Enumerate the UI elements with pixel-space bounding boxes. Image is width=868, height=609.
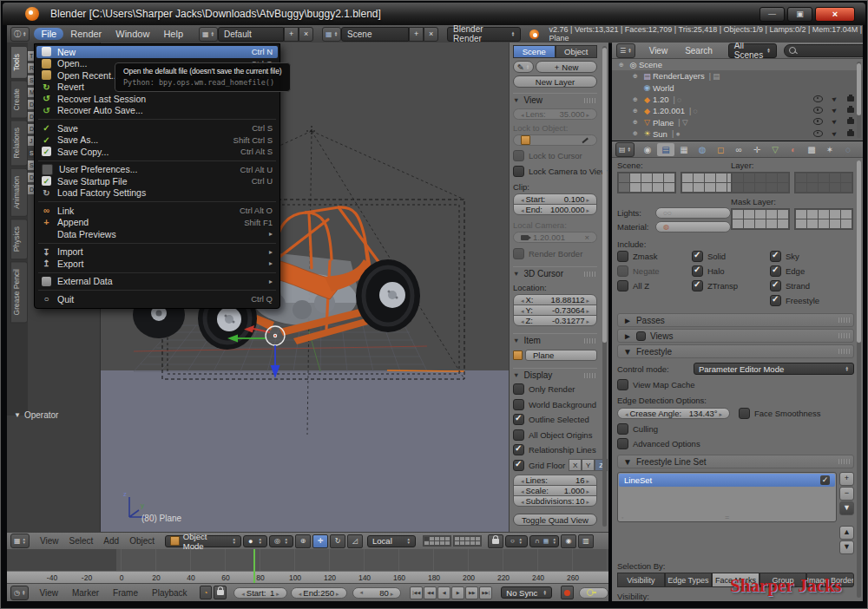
outliner-editor-type-button[interactable]: ☰	[616, 43, 635, 58]
section-3d-cursor[interactable]: ▼3D Cursor	[513, 266, 597, 278]
file-menu-item[interactable]: Import ▸	[35, 246, 279, 259]
hide-eye-icon[interactable]	[813, 130, 823, 137]
new-layer-button[interactable]: New Layer	[513, 75, 597, 88]
restrict-select-icon[interactable]: ►	[831, 106, 840, 115]
properties-scrollbar[interactable]	[857, 160, 861, 598]
culling-checkbox[interactable]: Culling	[617, 423, 854, 435]
display-checkbox[interactable]: Outline Selected	[513, 414, 597, 425]
translate-manipulator-button[interactable]: ✛	[312, 534, 328, 548]
clear-icon[interactable]: ×	[584, 232, 589, 242]
file-menu-item[interactable]: Export ▸	[35, 258, 279, 270]
keying-set-field[interactable]	[579, 587, 608, 599]
file-menu-item[interactable]: ▸	[35, 199, 279, 205]
mode-select[interactable]: Object Mode	[165, 535, 241, 547]
close-button[interactable]: ×	[815, 7, 855, 22]
passes-panel-header[interactable]: ►Passes	[617, 313, 854, 327]
timeline-menu-item[interactable]: Marker	[65, 587, 106, 599]
clip-end-field[interactable]: ◂ End:1000.000 ▸	[513, 204, 597, 215]
toolshelf-tab[interactable]: Grease Pencil	[10, 261, 28, 323]
include-checkbox[interactable]: All Z	[617, 280, 692, 291]
display-checkbox[interactable]: World Background	[513, 399, 597, 410]
material-tab-icon[interactable]: ◐	[785, 143, 802, 156]
render-layers-tab-icon[interactable]: ▤	[657, 143, 674, 156]
rotate-manipulator-button[interactable]: ↻	[330, 534, 345, 548]
outliner-scrollbar[interactable]	[857, 62, 861, 138]
timeline-menu-item[interactable]: View	[32, 587, 65, 599]
file-menu-item[interactable]: ▸	[35, 240, 279, 246]
lineset-list[interactable]: LineSet ✓ ◦ =	[617, 472, 837, 522]
outliner-item-1-20[interactable]: ⊕ ◆ 1.20 | ◌ ►	[612, 94, 863, 105]
playback-button[interactable]: ▶	[451, 586, 464, 599]
top-menu-item[interactable]: File	[34, 28, 63, 40]
outliner-item-plane[interactable]: ⊕ ▽ Plane | ▽ ►	[612, 116, 863, 128]
eyedropper-icon[interactable]	[581, 136, 589, 145]
grease-pencil-draw-button[interactable]: ✎	[513, 61, 534, 73]
physics-tab-icon[interactable]: ◌	[839, 143, 857, 156]
file-menu-item[interactable]: External Data ▸	[35, 276, 279, 288]
expand-icon[interactable]: ⊕	[633, 73, 641, 80]
operator-panel-header[interactable]: ▼ Operator	[14, 410, 58, 420]
top-menu-item[interactable]: Help	[156, 28, 190, 40]
timeline-playhead[interactable]	[253, 549, 255, 583]
scene-icon-button[interactable]: ▦	[322, 27, 341, 42]
outliner-item-renderlayers[interactable]: ⊕ ▤ RenderLayers | ▤ ►	[612, 70, 863, 82]
outliner-menu-item[interactable]: Search	[678, 45, 720, 56]
material-field[interactable]: ◍	[655, 221, 731, 232]
lock-layers-button[interactable]	[488, 534, 503, 548]
include-checkbox[interactable]: Sky	[770, 251, 854, 262]
render-layer-grid-b[interactable]	[794, 172, 853, 193]
top-menu-item[interactable]: Render	[63, 28, 108, 40]
selection-by-button[interactable]: Edge Types	[665, 573, 713, 587]
outliner-item-scene[interactable]: ⊕ ◎ Scene ►	[612, 59, 863, 70]
npanel-tab-object[interactable]: Object	[556, 45, 598, 58]
texture-tab-icon[interactable]: ▩	[803, 143, 820, 156]
manipulator-toggle-button[interactable]: ⊕	[295, 534, 311, 548]
file-menu-item[interactable]: Save Copy... Ctrl Alt S ▸	[35, 146, 279, 158]
grid-floor-checkbox[interactable]: Grid Floor	[513, 460, 565, 471]
include-checkbox[interactable]: Solid	[692, 251, 770, 262]
hide-eye-icon[interactable]	[813, 107, 823, 114]
lineset-list-button[interactable]: ▼	[839, 540, 854, 554]
transform-orientation-select[interactable]: Local	[367, 535, 416, 547]
view3d-menu-item[interactable]: Select	[64, 536, 99, 546]
control-mode-select[interactable]: Parameter Editor Mode	[694, 363, 854, 375]
restrict-render-icon[interactable]	[847, 108, 854, 113]
constraints-tab-icon[interactable]: ∞	[730, 143, 747, 156]
view3d-menu-item[interactable]: Add	[98, 536, 124, 546]
render-animation-button[interactable]: ▥	[578, 534, 594, 548]
playback-button[interactable]: |◀◀	[410, 586, 423, 599]
file-menu-item[interactable]: Save As... Shift Ctrl S ▸	[35, 134, 279, 147]
lineset-list-item[interactable]: LineSet ✓	[619, 474, 835, 487]
grease-pencil-new-button[interactable]: +New	[536, 61, 597, 73]
item-name-field[interactable]: Plane	[525, 350, 597, 361]
scene-layers-grid-a[interactable]	[617, 172, 676, 193]
include-checkbox[interactable]: Negate	[617, 265, 692, 277]
lock-to-cursor-checkbox[interactable]: Lock to Cursor	[513, 150, 597, 161]
playback-button[interactable]: ◀◀	[424, 586, 437, 599]
render-tab-icon[interactable]: ◉	[639, 143, 656, 156]
frame-end-field[interactable]: ◂ End:250 ▸	[291, 587, 347, 599]
toolshelf-tab[interactable]: Tools	[10, 46, 28, 79]
include-checkbox[interactable]: ZTransp	[692, 280, 770, 291]
include-checkbox[interactable]: Halo	[692, 265, 770, 277]
freestyle-panel-header[interactable]: ▼Freestyle	[617, 344, 854, 358]
mask-layer-grid-a[interactable]	[731, 208, 790, 230]
freestyle-lineset-panel-header[interactable]: ▼Freestyle Line Set	[617, 455, 854, 468]
grid-axis-button[interactable]: X	[569, 459, 582, 471]
file-menu-item[interactable]: New Ctrl N ▸	[36, 46, 278, 58]
views-panel-header[interactable]: ►Views	[617, 329, 854, 343]
display-checkbox[interactable]: Only Render	[513, 383, 597, 395]
file-menu-item[interactable]: Data Previews ▸	[35, 228, 279, 240]
viewport-layers-grid-b[interactable]	[453, 535, 482, 547]
face-smoothness-checkbox[interactable]: Face Smoothness	[739, 408, 821, 419]
preview-range-button[interactable]: ◔	[200, 586, 213, 599]
particles-tab-icon[interactable]: ✶	[821, 143, 838, 156]
cursor-z-field[interactable]: ◂ Z:-0.31277 ▸	[513, 315, 597, 326]
toolshelf-tab[interactable]: Relations	[10, 120, 28, 166]
timeline-track[interactable]	[7, 549, 608, 571]
modifiers-tab-icon[interactable]: ✛	[748, 143, 766, 156]
include-checkbox[interactable]: Edge	[770, 265, 854, 277]
restrict-select-icon[interactable]: ►	[831, 94, 840, 103]
display-checkbox[interactable]: All Object Origins	[513, 429, 597, 441]
outliner-search-input[interactable]	[784, 44, 863, 57]
